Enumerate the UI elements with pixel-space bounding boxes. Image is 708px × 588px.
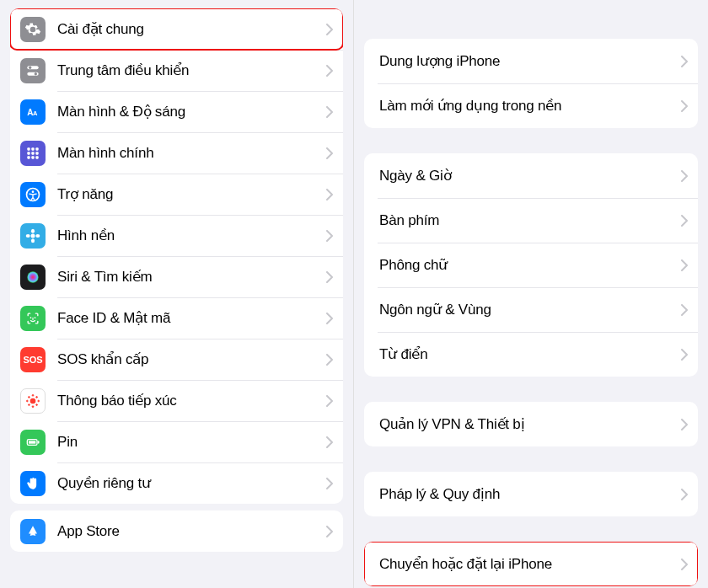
svg-point-29 [38, 400, 40, 402]
svg-rect-11 [35, 152, 38, 154]
svg-point-26 [32, 394, 34, 396]
svg-point-28 [27, 400, 29, 402]
row-faceid-passcode[interactable]: Face ID & Mật mã [10, 297, 343, 339]
row-transfer-reset-iphone[interactable]: Chuyển hoặc đặt lại iPhone [364, 542, 698, 586]
row-label: Pháp lý & Quy định [379, 485, 681, 503]
chevron-right-icon [681, 170, 688, 182]
row-battery[interactable]: Pin [10, 421, 343, 462]
row-language-region[interactable]: Ngôn ngữ & Vùng [364, 287, 698, 332]
row-label: Trợ năng [57, 185, 326, 203]
faceid-icon [20, 306, 46, 331]
settings-panel-right: Dung lượng iPhone Làm mới ứng dụng trong… [354, 0, 708, 588]
svg-point-17 [31, 233, 35, 238]
row-siri-search[interactable]: Siri & Tìm kiếm [10, 256, 343, 297]
svg-point-3 [35, 72, 37, 75]
general-group-locale: Ngày & Giờ Bàn phím Phông chữ Ngôn ngữ &… [364, 153, 698, 377]
row-control-center[interactable]: Trung tâm điều khiển [10, 50, 343, 91]
gear-icon [20, 17, 46, 42]
svg-point-25 [30, 398, 36, 404]
chevron-right-icon [326, 395, 333, 407]
svg-text:A: A [33, 110, 38, 117]
chevron-right-icon [326, 65, 333, 77]
chevron-right-icon [681, 489, 688, 500]
row-display-brightness[interactable]: AA Màn hình & Độ sáng [10, 91, 343, 132]
svg-rect-6 [27, 147, 30, 150]
chevron-right-icon [681, 259, 688, 271]
row-label: Ngày & Giờ [379, 167, 681, 184]
chevron-right-icon [326, 189, 333, 200]
row-app-store[interactable]: App Store [10, 510, 343, 552]
chevron-right-icon [326, 24, 333, 35]
general-group-storage: Dung lượng iPhone Làm mới ứng dụng trong… [364, 39, 698, 128]
row-keyboard[interactable]: Bàn phím [364, 198, 698, 243]
svg-point-19 [31, 238, 35, 243]
chevron-right-icon [681, 349, 688, 361]
row-iphone-storage[interactable]: Dung lượng iPhone [364, 39, 698, 83]
row-fonts[interactable]: Phông chữ [364, 243, 698, 287]
svg-rect-7 [31, 147, 34, 150]
svg-rect-35 [29, 441, 35, 443]
chevron-right-icon [681, 100, 688, 112]
row-legal-regulatory[interactable]: Pháp lý & Quy định [364, 472, 698, 516]
row-label: Làm mới ứng dụng trong nền [379, 97, 681, 115]
text-size-icon: AA [20, 99, 46, 125]
row-label: Phông chữ [379, 256, 681, 274]
row-label: Siri & Tìm kiếm [57, 268, 326, 286]
row-home-screen[interactable]: Màn hình chính [10, 132, 343, 174]
chevron-right-icon [326, 526, 333, 537]
row-vpn-device-management[interactable]: Quản lý VPN & Thiết bị [364, 402, 698, 446]
row-label: Màn hình & Độ sáng [57, 103, 326, 120]
svg-point-21 [35, 233, 40, 237]
row-emergency-sos[interactable]: SOS SOS khẩn cấp [10, 339, 343, 380]
svg-point-18 [31, 228, 35, 233]
chevron-right-icon [681, 56, 688, 67]
row-label: Chuyển hoặc đặt lại iPhone [379, 555, 681, 573]
row-background-refresh[interactable]: Làm mới ứng dụng trong nền [364, 83, 698, 128]
row-label: Thông báo tiếp xúc [57, 392, 326, 409]
svg-rect-13 [31, 156, 34, 158]
chevron-right-icon [681, 559, 688, 570]
row-label: Cài đặt chung [57, 20, 326, 38]
row-label: Bàn phím [379, 212, 681, 229]
row-label: SOS khẩn cấp [57, 350, 326, 368]
row-label: Hình nền [57, 227, 326, 244]
svg-rect-36 [38, 441, 40, 443]
svg-rect-14 [35, 156, 38, 158]
general-group-reset: Chuyển hoặc đặt lại iPhone [364, 542, 698, 586]
row-label: Từ điển [379, 345, 681, 363]
row-label: Pin [57, 434, 326, 451]
chevron-right-icon [681, 419, 688, 430]
svg-rect-10 [31, 152, 34, 154]
chevron-right-icon [326, 230, 333, 242]
flower-icon [20, 223, 46, 249]
row-label: App Store [57, 523, 326, 540]
svg-point-24 [35, 317, 36, 318]
general-group-vpn: Quản lý VPN & Thiết bị [364, 402, 698, 446]
row-label: Trung tâm điều khiển [57, 61, 326, 79]
row-label: Màn hình chính [57, 145, 326, 162]
general-group-legal: Pháp lý & Quy định [364, 472, 698, 516]
row-label: Quyền riêng tư [57, 474, 326, 492]
svg-point-33 [36, 404, 38, 405]
sos-icon: SOS [20, 347, 46, 372]
row-date-time[interactable]: Ngày & Giờ [364, 153, 698, 198]
svg-rect-9 [27, 152, 30, 154]
svg-point-27 [32, 405, 34, 407]
row-accessibility[interactable]: Trợ năng [10, 174, 343, 215]
battery-icon [20, 430, 46, 455]
row-wallpaper[interactable]: Hình nền [10, 215, 343, 256]
row-dictionary[interactable]: Từ điển [364, 332, 698, 377]
row-general[interactable]: Cài đặt chung [10, 8, 343, 50]
svg-point-31 [36, 396, 38, 398]
svg-point-32 [29, 404, 30, 405]
row-exposure-notifications[interactable]: Thông báo tiếp xúc [10, 380, 343, 421]
hand-icon [20, 471, 46, 496]
accessibility-icon [20, 182, 46, 207]
svg-point-30 [29, 396, 30, 398]
siri-icon [20, 265, 46, 290]
svg-point-20 [26, 233, 30, 237]
chevron-right-icon [326, 478, 333, 489]
svg-rect-12 [27, 156, 30, 158]
svg-point-2 [29, 66, 31, 68]
row-privacy[interactable]: Quyền riêng tư [10, 462, 343, 504]
